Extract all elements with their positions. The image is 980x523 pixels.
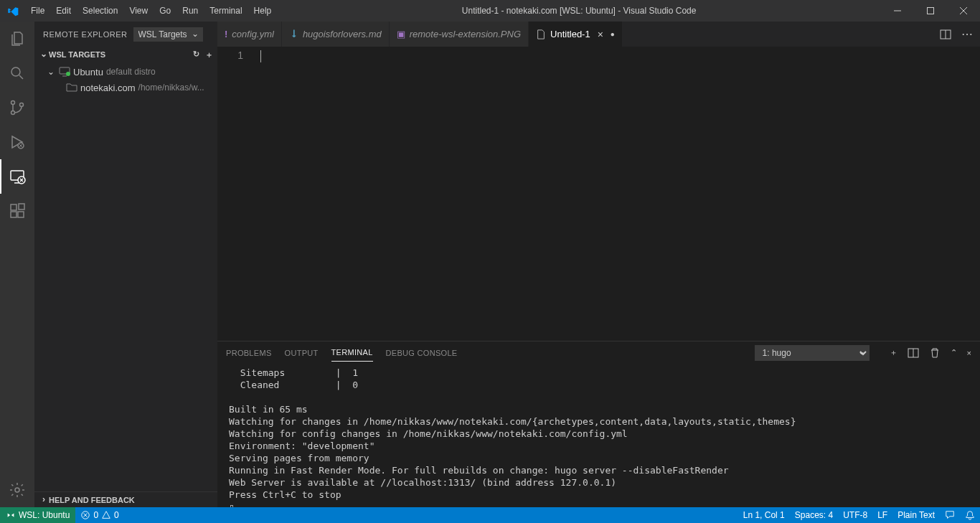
panel-tab-debug-console[interactable]: DEBUG CONSOLE bbox=[386, 344, 458, 362]
terminal-output[interactable]: Sitemaps | 1 Cleaned | 0 Built in 65 ms … bbox=[217, 364, 980, 507]
status-errors[interactable]: 0 0 bbox=[75, 507, 123, 523]
close-tab-icon[interactable]: × bbox=[598, 29, 603, 40]
sidebar-title: REMOTE EXPLORER bbox=[43, 30, 128, 39]
status-eol[interactable]: LF bbox=[872, 507, 892, 523]
svg-rect-9 bbox=[11, 212, 17, 217]
source-control-icon[interactable] bbox=[0, 90, 34, 125]
kill-terminal-icon[interactable] bbox=[929, 347, 941, 359]
editor-tabs: ! config.yml 🠗 hugoisforlovers.md ▣ remo… bbox=[217, 22, 980, 47]
chevron-down-icon: ⌄ bbox=[39, 49, 49, 59]
chevron-down-icon: ⌄ bbox=[46, 67, 56, 77]
add-icon[interactable]: ＋ bbox=[205, 50, 213, 60]
status-encoding[interactable]: UTF-8 bbox=[838, 507, 872, 523]
remote-indicator[interactable]: WSL: Ubuntu bbox=[0, 507, 75, 523]
line-gutter: 1 bbox=[217, 47, 253, 341]
status-notifications-icon[interactable] bbox=[960, 507, 980, 523]
menu-run[interactable]: Run bbox=[176, 0, 204, 22]
warning-icon bbox=[101, 510, 111, 520]
svg-point-4 bbox=[20, 103, 24, 107]
tab-label: remote-wsl-extension.PNG bbox=[410, 29, 521, 39]
yaml-file-icon: ! bbox=[225, 29, 227, 39]
wsl-targets-section-header[interactable]: ⌄ WSL TARGETS ↻ ＋ bbox=[34, 47, 217, 62]
file-icon bbox=[536, 29, 546, 39]
help-feedback-section-header[interactable]: › HELP AND FEEDBACK bbox=[34, 491, 217, 507]
markdown-file-icon: 🠗 bbox=[289, 29, 298, 39]
refresh-icon[interactable]: ↻ bbox=[193, 50, 199, 60]
explorer-icon[interactable] bbox=[0, 22, 34, 56]
svg-point-2 bbox=[11, 101, 15, 105]
activity-bar bbox=[0, 22, 34, 507]
section-title: WSL TARGETS bbox=[49, 50, 105, 59]
more-actions-icon[interactable]: ⋯ bbox=[961, 27, 973, 41]
menu-selection[interactable]: Selection bbox=[77, 0, 123, 22]
tab-hugoisforlovers[interactable]: 🠗 hugoisforlovers.md bbox=[282, 22, 390, 47]
panel-tab-output[interactable]: OUTPUT bbox=[285, 344, 319, 362]
distro-tag: default distro bbox=[106, 67, 156, 77]
split-editor-icon[interactable] bbox=[940, 29, 951, 40]
panel-tab-problems[interactable]: PROBLEMS bbox=[226, 344, 272, 362]
remote-icon bbox=[6, 510, 16, 520]
menu-terminal[interactable]: Terminal bbox=[204, 0, 248, 22]
menu-file[interactable]: File bbox=[25, 0, 50, 22]
settings-gear-icon[interactable] bbox=[0, 473, 34, 507]
status-indentation[interactable]: Spaces: 4 bbox=[790, 507, 838, 523]
svg-point-14 bbox=[66, 72, 70, 76]
code-area[interactable] bbox=[253, 47, 980, 341]
svg-rect-0 bbox=[928, 8, 934, 14]
svg-rect-11 bbox=[19, 204, 24, 209]
split-terminal-icon[interactable] bbox=[908, 347, 919, 359]
svg-rect-10 bbox=[18, 212, 24, 217]
tab-label: Untitled-1 bbox=[550, 29, 590, 39]
new-terminal-icon[interactable]: ＋ bbox=[890, 347, 897, 358]
remote-explorer-icon[interactable] bbox=[0, 159, 34, 194]
extensions-icon[interactable] bbox=[0, 194, 34, 228]
status-feedback-icon[interactable] bbox=[940, 507, 960, 523]
menu-view[interactable]: View bbox=[123, 0, 154, 22]
editor-body[interactable]: 1 bbox=[217, 47, 980, 341]
vscode-logo-icon bbox=[0, 5, 25, 17]
panel-tab-terminal[interactable]: TERMINAL bbox=[331, 344, 373, 362]
monitor-icon bbox=[59, 66, 70, 77]
folder-icon bbox=[66, 82, 77, 93]
svg-rect-8 bbox=[11, 204, 17, 210]
terminal-selector[interactable]: 1: hugo bbox=[755, 345, 870, 361]
panel-tabs: PROBLEMS OUTPUT TERMINAL DEBUG CONSOLE 1… bbox=[217, 341, 980, 364]
error-icon bbox=[80, 510, 90, 520]
section-title: HELP AND FEEDBACK bbox=[49, 496, 135, 504]
wsl-project-item[interactable]: notekaki.com /home/nikkas/w... bbox=[34, 80, 217, 95]
status-bar: WSL: Ubuntu 0 0 Ln 1, Col 1 Spaces: 4 UT… bbox=[0, 507, 980, 523]
wsl-distro-item[interactable]: ⌄ Ubuntu default distro bbox=[34, 64, 217, 80]
window-title: Untitled-1 - notekaki.com [WSL: Ubuntu] … bbox=[277, 6, 881, 16]
tab-label: config.yml bbox=[232, 29, 274, 39]
close-panel-icon[interactable]: × bbox=[967, 349, 971, 357]
tab-untitled[interactable]: Untitled-1 × bbox=[529, 22, 623, 47]
panel: PROBLEMS OUTPUT TERMINAL DEBUG CONSOLE 1… bbox=[217, 341, 980, 507]
svg-point-12 bbox=[15, 488, 19, 492]
image-file-icon: ▣ bbox=[397, 29, 405, 39]
tab-label: hugoisforlovers.md bbox=[303, 29, 382, 39]
menu-help[interactable]: Help bbox=[248, 0, 278, 22]
status-cursor-position[interactable]: Ln 1, Col 1 bbox=[738, 507, 790, 523]
distro-name: Ubuntu bbox=[73, 67, 103, 77]
collapse-panel-icon[interactable]: ⌃ bbox=[951, 348, 957, 357]
window-controls bbox=[881, 0, 980, 22]
search-icon[interactable] bbox=[0, 56, 34, 90]
tab-config[interactable]: ! config.yml bbox=[217, 22, 282, 47]
close-button[interactable] bbox=[947, 0, 980, 22]
minimize-button[interactable] bbox=[881, 0, 914, 22]
maximize-button[interactable] bbox=[914, 0, 947, 22]
title-bar: File Edit Selection View Go Run Terminal… bbox=[0, 0, 980, 22]
menu-go[interactable]: Go bbox=[154, 0, 176, 22]
project-name: notekaki.com bbox=[80, 83, 136, 93]
svg-point-1 bbox=[11, 67, 20, 76]
project-path: /home/nikkas/w... bbox=[138, 83, 204, 93]
status-language[interactable]: Plain Text bbox=[892, 507, 940, 523]
tab-remote-wsl-png[interactable]: ▣ remote-wsl-extension.PNG bbox=[390, 22, 529, 47]
svg-point-3 bbox=[11, 111, 15, 115]
remote-target-select[interactable]: WSL Targets bbox=[133, 27, 203, 42]
text-cursor bbox=[260, 50, 261, 62]
menu-edit[interactable]: Edit bbox=[50, 0, 77, 22]
chevron-right-icon: › bbox=[39, 494, 49, 504]
editor-area: ! config.yml 🠗 hugoisforlovers.md ▣ remo… bbox=[217, 22, 980, 507]
run-debug-icon[interactable] bbox=[0, 125, 34, 159]
